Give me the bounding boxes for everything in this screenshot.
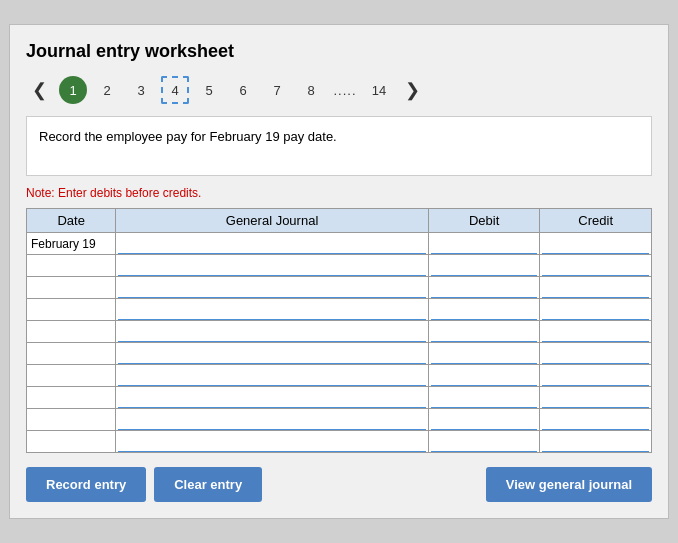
date-cell-7 xyxy=(27,365,116,387)
table-row xyxy=(27,277,652,299)
credit-cell-6[interactable] xyxy=(540,343,652,365)
debit-cell-10[interactable] xyxy=(428,431,540,453)
col-date: Date xyxy=(27,209,116,233)
credit-cell-4[interactable] xyxy=(540,299,652,321)
page-14[interactable]: 14 xyxy=(365,76,393,104)
note-text: Note: Enter debits before credits. xyxy=(26,186,652,200)
debit-input-2[interactable] xyxy=(431,255,538,276)
journal-cell-6[interactable] xyxy=(116,343,429,365)
date-cell-3 xyxy=(27,277,116,299)
journal-input-7[interactable] xyxy=(118,365,426,386)
date-cell-6 xyxy=(27,343,116,365)
view-general-journal-button[interactable]: View general journal xyxy=(486,467,652,502)
journal-input-8[interactable] xyxy=(118,387,426,408)
page-8[interactable]: 8 xyxy=(297,76,325,104)
journal-cell-1[interactable] xyxy=(116,233,429,255)
journal-table: Date General Journal Debit Credit Februa… xyxy=(26,208,652,453)
record-entry-button[interactable]: Record entry xyxy=(26,467,146,502)
credit-input-5[interactable] xyxy=(542,321,649,342)
journal-input-9[interactable] xyxy=(118,409,426,430)
credit-cell-5[interactable] xyxy=(540,321,652,343)
credit-input-3[interactable] xyxy=(542,277,649,298)
credit-input-2[interactable] xyxy=(542,255,649,276)
debit-cell-8[interactable] xyxy=(428,387,540,409)
credit-cell-1[interactable] xyxy=(540,233,652,255)
debit-input-4[interactable] xyxy=(431,299,538,320)
credit-input-6[interactable] xyxy=(542,343,649,364)
credit-cell-7[interactable] xyxy=(540,365,652,387)
journal-input-6[interactable] xyxy=(118,343,426,364)
journal-input-5[interactable] xyxy=(118,321,426,342)
credit-cell-2[interactable] xyxy=(540,255,652,277)
table-row: February 19 xyxy=(27,233,652,255)
credit-cell-10[interactable] xyxy=(540,431,652,453)
instruction-text: Record the employee pay for February 19 … xyxy=(39,129,337,144)
instruction-box: Record the employee pay for February 19 … xyxy=(26,116,652,176)
credit-input-1[interactable] xyxy=(542,233,649,254)
page-1[interactable]: 1 xyxy=(59,76,87,104)
debit-cell-6[interactable] xyxy=(428,343,540,365)
debit-input-9[interactable] xyxy=(431,409,538,430)
journal-entry-worksheet: Journal entry worksheet ❮ 1 2 3 4 5 6 7 … xyxy=(9,24,669,519)
date-cell-1: February 19 xyxy=(27,233,116,255)
credit-input-10[interactable] xyxy=(542,431,649,452)
debit-input-8[interactable] xyxy=(431,387,538,408)
journal-cell-10[interactable] xyxy=(116,431,429,453)
date-cell-2 xyxy=(27,255,116,277)
page-dots: ..... xyxy=(331,76,359,104)
page-5[interactable]: 5 xyxy=(195,76,223,104)
date-cell-8 xyxy=(27,387,116,409)
journal-cell-2[interactable] xyxy=(116,255,429,277)
debit-input-7[interactable] xyxy=(431,365,538,386)
pagination: ❮ 1 2 3 4 5 6 7 8 ..... 14 ❯ xyxy=(26,76,652,104)
credit-cell-3[interactable] xyxy=(540,277,652,299)
debit-cell-5[interactable] xyxy=(428,321,540,343)
button-row: Record entry Clear entry View general jo… xyxy=(26,467,652,502)
date-cell-5 xyxy=(27,321,116,343)
date-cell-9 xyxy=(27,409,116,431)
journal-input-2[interactable] xyxy=(118,255,426,276)
page-6[interactable]: 6 xyxy=(229,76,257,104)
page-title: Journal entry worksheet xyxy=(26,41,652,62)
page-4[interactable]: 4 xyxy=(161,76,189,104)
credit-cell-8[interactable] xyxy=(540,387,652,409)
table-row xyxy=(27,409,652,431)
debit-cell-3[interactable] xyxy=(428,277,540,299)
credit-input-8[interactable] xyxy=(542,387,649,408)
table-row xyxy=(27,321,652,343)
journal-input-10[interactable] xyxy=(118,431,426,452)
journal-cell-8[interactable] xyxy=(116,387,429,409)
col-general-journal: General Journal xyxy=(116,209,429,233)
journal-input-1[interactable] xyxy=(118,233,426,254)
credit-input-4[interactable] xyxy=(542,299,649,320)
journal-input-4[interactable] xyxy=(118,299,426,320)
debit-input-10[interactable] xyxy=(431,431,538,452)
page-2[interactable]: 2 xyxy=(93,76,121,104)
journal-input-3[interactable] xyxy=(118,277,426,298)
table-row xyxy=(27,343,652,365)
debit-input-6[interactable] xyxy=(431,343,538,364)
debit-input-5[interactable] xyxy=(431,321,538,342)
clear-entry-button[interactable]: Clear entry xyxy=(154,467,262,502)
debit-cell-9[interactable] xyxy=(428,409,540,431)
journal-cell-7[interactable] xyxy=(116,365,429,387)
prev-button[interactable]: ❮ xyxy=(26,77,53,103)
credit-input-9[interactable] xyxy=(542,409,649,430)
journal-cell-9[interactable] xyxy=(116,409,429,431)
journal-cell-4[interactable] xyxy=(116,299,429,321)
journal-cell-3[interactable] xyxy=(116,277,429,299)
date-cell-4 xyxy=(27,299,116,321)
next-button[interactable]: ❯ xyxy=(399,77,426,103)
journal-cell-5[interactable] xyxy=(116,321,429,343)
debit-cell-7[interactable] xyxy=(428,365,540,387)
debit-cell-4[interactable] xyxy=(428,299,540,321)
credit-input-7[interactable] xyxy=(542,365,649,386)
col-credit: Credit xyxy=(540,209,652,233)
debit-cell-2[interactable] xyxy=(428,255,540,277)
debit-input-1[interactable] xyxy=(431,233,538,254)
credit-cell-9[interactable] xyxy=(540,409,652,431)
page-7[interactable]: 7 xyxy=(263,76,291,104)
page-3[interactable]: 3 xyxy=(127,76,155,104)
debit-cell-1[interactable] xyxy=(428,233,540,255)
debit-input-3[interactable] xyxy=(431,277,538,298)
